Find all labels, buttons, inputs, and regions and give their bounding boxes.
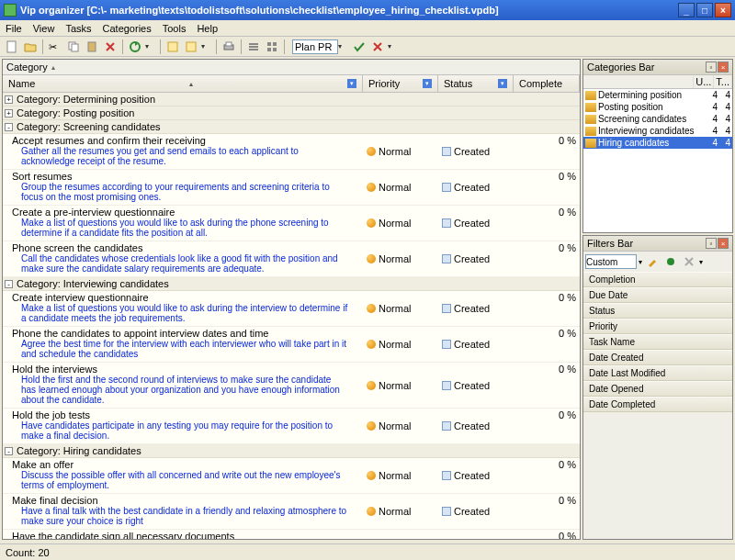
categories-pin-button[interactable]: ▫	[706, 62, 717, 73]
task-edit-button[interactable]	[183, 39, 199, 55]
filters-close-button[interactable]: ×	[718, 238, 729, 249]
category-item[interactable]: Determining position44	[583, 89, 732, 101]
category-item[interactable]: Screening candidates44	[583, 113, 732, 125]
task-priority-value: Normal	[379, 146, 411, 157]
task-complete-value: 0 %	[514, 458, 580, 493]
expand-toggle-icon[interactable]: +	[5, 95, 13, 104]
filter-clear-button[interactable]	[681, 253, 697, 270]
category-row[interactable]: -Category: Hiring candidates	[3, 444, 580, 458]
expand-toggle-icon[interactable]: -	[5, 123, 13, 131]
delete-button[interactable]	[102, 39, 119, 55]
view1-button[interactable]	[245, 39, 262, 55]
folder-icon	[585, 139, 596, 148]
task-complete-value: 0 %	[514, 170, 580, 205]
menu-tools[interactable]: Tools	[157, 21, 192, 36]
group-by-label: Category	[6, 62, 48, 73]
plan-cancel-dropdown[interactable]: ▾	[388, 42, 399, 50]
svg-rect-11	[249, 46, 258, 48]
menu-file[interactable]: File	[0, 21, 28, 36]
column-header-priority[interactable]: Priority▾	[363, 75, 438, 92]
priority-icon	[367, 340, 376, 349]
category-item-name: Posting position	[598, 102, 705, 112]
task-row[interactable]: Phone screen the candidatesCall the cand…	[3, 241, 580, 277]
categories-close-button[interactable]: ×	[718, 62, 729, 73]
task-row[interactable]: Have the candidate sign all necessary do…	[3, 530, 580, 539]
expand-toggle-icon[interactable]: -	[5, 447, 13, 455]
task-description: Hold the first and the second round of i…	[12, 375, 359, 407]
task-new-button[interactable]	[164, 39, 181, 55]
task-row[interactable]: Hold the job testsHave candidates partic…	[3, 409, 580, 444]
menu-categories[interactable]: Categories	[97, 21, 157, 36]
folder-icon	[585, 91, 596, 100]
status-icon	[442, 507, 451, 516]
svg-text:✂: ✂	[49, 41, 57, 52]
filter-item[interactable]: Date Opened	[583, 381, 732, 397]
task-title: Create interview questionnaire	[12, 292, 359, 303]
category-item[interactable]: Posting position44	[583, 101, 732, 113]
category-row[interactable]: -Category: Screening candidates	[3, 120, 580, 134]
group-by-dropdown[interactable]: ▴	[51, 63, 55, 72]
filter-clear-dropdown[interactable]: ▾	[699, 258, 703, 266]
task-dropdown[interactable]: ▾	[201, 42, 212, 50]
filter-item[interactable]: Date Created	[583, 350, 732, 365]
category-row[interactable]: +Category: Posting position	[3, 106, 580, 120]
task-priority-value: Normal	[379, 218, 411, 229]
expand-toggle-icon[interactable]: +	[5, 109, 13, 118]
cut-button[interactable]: ✂	[47, 39, 63, 55]
copy-button[interactable]	[65, 39, 82, 55]
paste-button[interactable]	[84, 39, 100, 55]
view2-button[interactable]	[264, 39, 280, 55]
column-header-name[interactable]: Name▴▾	[3, 75, 363, 92]
task-row[interactable]: Phone the candidates to appoint intervie…	[3, 327, 580, 363]
task-description: Make a list of questions you would like …	[12, 303, 359, 325]
filter-apply-button[interactable]	[662, 253, 679, 270]
task-row[interactable]: Create interview questionnaireMake a lis…	[3, 291, 580, 327]
menu-view[interactable]: View	[28, 21, 61, 36]
task-row[interactable]: Make an offerDiscuss the possible offer …	[3, 458, 580, 494]
column-header-complete[interactable]: Complete	[514, 75, 580, 92]
plan-apply-button[interactable]	[351, 39, 368, 55]
plan-input[interactable]	[292, 39, 338, 54]
category-row[interactable]: -Category: Interviewing candidates	[3, 277, 580, 291]
column-header-status[interactable]: Status▾	[438, 75, 514, 92]
task-description: Make a list of questions you would like …	[12, 218, 359, 240]
category-item-name: Interviewing candidates	[598, 126, 705, 136]
task-title: Phone the candidates to appoint intervie…	[12, 328, 359, 339]
plan-dropdown[interactable]: ▾	[338, 42, 349, 50]
filter-item[interactable]: Task Name	[583, 334, 732, 350]
maximize-button[interactable]: □	[696, 3, 713, 17]
expand-toggle-icon[interactable]: -	[5, 280, 13, 288]
minimize-button[interactable]: _	[678, 3, 695, 17]
filter-combo-dropdown[interactable]: ▾	[639, 258, 642, 266]
filter-item[interactable]: Date Last Modified	[583, 365, 732, 381]
refresh-button[interactable]	[127, 39, 143, 55]
task-row[interactable]: Sort resumesGroup the resumes according …	[3, 170, 580, 206]
filter-edit-button[interactable]	[644, 253, 661, 270]
close-button[interactable]: ×	[715, 3, 731, 17]
filter-item[interactable]: Completion	[583, 272, 732, 287]
refresh-dropdown[interactable]: ▾	[145, 42, 156, 50]
category-item[interactable]: Hiring candidates44	[583, 137, 732, 149]
task-row[interactable]: Hold the interviewsHold the first and th…	[3, 363, 580, 409]
menu-tasks[interactable]: Tasks	[60, 21, 96, 36]
task-row[interactable]: Accept resumes and confirm their receivi…	[3, 134, 580, 170]
print-button[interactable]	[220, 39, 237, 55]
category-row[interactable]: +Category: Determining position	[3, 93, 580, 106]
filter-combo[interactable]	[585, 254, 637, 269]
filter-item[interactable]: Date Completed	[583, 397, 732, 412]
grid-body[interactable]: +Category: Determining position+Category…	[3, 93, 580, 539]
filter-item[interactable]: Priority	[583, 319, 732, 334]
filters-pin-button[interactable]: ▫	[706, 238, 717, 249]
open-button[interactable]	[22, 39, 39, 55]
task-description: Have candidates participate in any testi…	[12, 420, 359, 442]
menu-help[interactable]: Help	[191, 21, 223, 36]
task-row[interactable]: Create a pre-interview questionnaireMake…	[3, 206, 580, 241]
plan-cancel-button[interactable]	[369, 39, 386, 55]
filter-item[interactable]: Status	[583, 303, 732, 319]
new-doc-button[interactable]	[4, 39, 20, 55]
task-row[interactable]: Make final decisionHave a final talk wit…	[3, 494, 580, 530]
category-item[interactable]: Interviewing candidates44	[583, 125, 732, 137]
status-icon	[442, 254, 451, 263]
priority-icon	[367, 421, 376, 431]
filter-item[interactable]: Due Date	[583, 287, 732, 303]
